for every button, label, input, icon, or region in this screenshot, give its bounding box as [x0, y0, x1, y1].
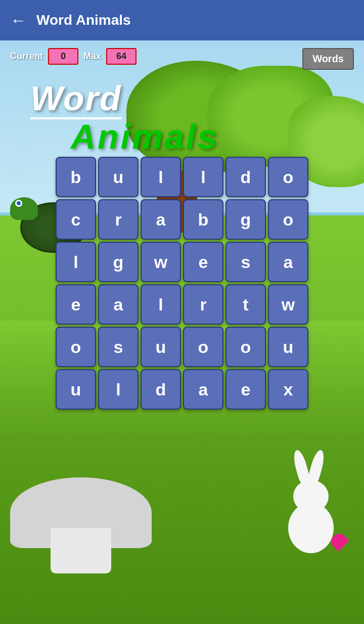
title-animals: Animals [71, 119, 219, 154]
grid-cell-5-3[interactable]: a [183, 369, 223, 410]
grid-cell-2-4[interactable]: s [225, 242, 266, 282]
grid-row-0: bulldo [56, 157, 308, 197]
grid-cell-0-4[interactable]: d [225, 157, 266, 197]
grid-cell-2-1[interactable]: g [98, 242, 139, 282]
background: Current 0 Max 64 Words Word Animals bull… [0, 40, 364, 624]
grid-cell-4-0[interactable]: o [56, 327, 96, 367]
grid-cell-3-3[interactable]: r [183, 284, 223, 325]
turtle-head [10, 197, 38, 220]
title-word: Word [30, 81, 122, 119]
grid-cell-1-1[interactable]: r [98, 199, 139, 240]
grid-cell-1-3[interactable]: b [183, 199, 223, 240]
grid-cell-0-5[interactable]: o [268, 157, 308, 197]
grid-row-1: crabgo [56, 199, 308, 240]
grid-cell-0-3[interactable]: l [183, 157, 223, 197]
grid-cell-1-4[interactable]: g [225, 199, 266, 240]
grid-cell-5-5[interactable]: x [268, 369, 308, 410]
words-button[interactable]: Words [302, 48, 354, 70]
back-button[interactable]: ← [10, 11, 26, 30]
current-value: 0 [48, 48, 78, 65]
grid-cell-4-3[interactable]: o [183, 327, 223, 367]
grid-cell-2-2[interactable]: w [141, 242, 181, 282]
turtle-eye [15, 200, 22, 207]
grid-cell-5-4[interactable]: e [225, 369, 266, 410]
mushroom [10, 472, 152, 573]
grid-cell-0-0[interactable]: b [56, 157, 96, 197]
current-label: Current [10, 51, 43, 62]
grid-cell-4-5[interactable]: u [268, 327, 308, 367]
grid-cell-4-1[interactable]: s [98, 327, 139, 367]
grid-cell-2-0[interactable]: l [56, 242, 96, 282]
grid-cell-4-2[interactable]: u [141, 327, 181, 367]
stats-bar: Current 0 Max 64 [10, 48, 136, 65]
word-grid: bulldocrabgolgwesaealrtwosuoouuldaex [56, 157, 308, 412]
nav-bar: ← Word Animals [0, 0, 364, 40]
grid-cell-2-3[interactable]: e [183, 242, 223, 282]
grid-cell-1-2[interactable]: a [141, 199, 181, 240]
game-title: Word Animals [30, 81, 219, 154]
grid-cell-3-5[interactable]: w [268, 284, 308, 325]
grid-cell-5-1[interactable]: l [98, 369, 139, 410]
app-title: Word Animals [36, 12, 131, 28]
grid-cell-3-4[interactable]: t [225, 284, 266, 325]
grid-cell-1-5[interactable]: o [268, 199, 308, 240]
grid-row-3: ealrtw [56, 284, 308, 325]
mushroom-stem [51, 528, 111, 573]
grid-row-5: uldaex [56, 369, 308, 410]
max-label: Max [83, 51, 101, 62]
turtle-pupil [17, 201, 21, 205]
grid-cell-1-0[interactable]: c [56, 199, 96, 240]
grid-cell-0-2[interactable]: l [141, 157, 181, 197]
grid-cell-5-2[interactable]: d [141, 369, 181, 410]
grid-row-4: osuoou [56, 327, 308, 367]
rabbit [278, 472, 349, 563]
grid-cell-3-0[interactable]: e [56, 284, 96, 325]
grid-row-2: lgwesa [56, 242, 308, 282]
grid-cell-3-2[interactable]: l [141, 284, 181, 325]
grid-cell-5-0[interactable]: u [56, 369, 96, 410]
max-value: 64 [106, 48, 136, 65]
rabbit-head [293, 480, 329, 513]
grid-cell-0-1[interactable]: u [98, 157, 139, 197]
grid-cell-4-4[interactable]: o [225, 327, 266, 367]
grid-cell-3-1[interactable]: a [98, 284, 139, 325]
grid-cell-2-5[interactable]: a [268, 242, 308, 282]
